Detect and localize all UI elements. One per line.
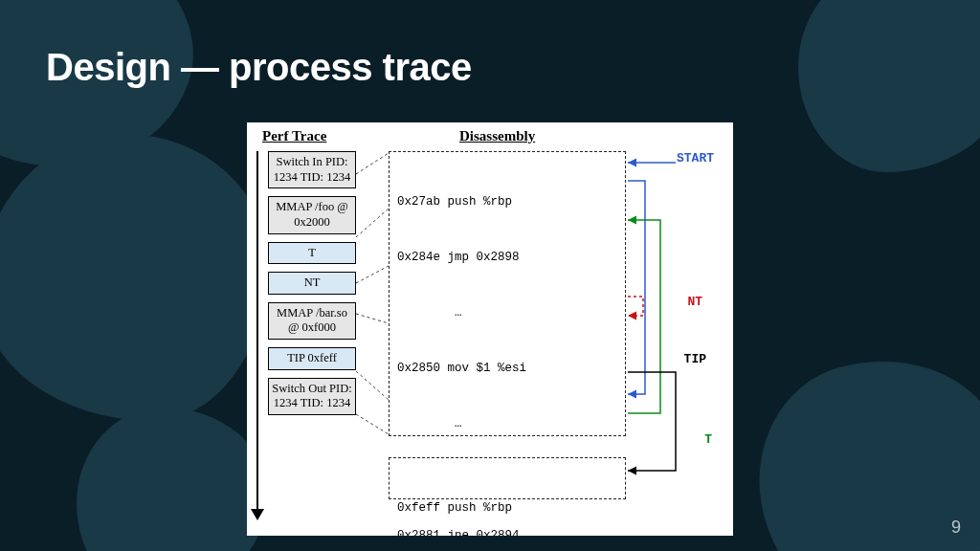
disassembly-bar: 0xfeff push %rbp … [389, 457, 626, 499]
label-nt: NT [687, 295, 702, 309]
svg-line-1 [356, 209, 389, 237]
asm-line: … [397, 415, 617, 433]
asm-line: 0x27ab push %rbp [397, 193, 617, 211]
diagram: Perf Trace Disassembly Switch In PID: 12… [247, 122, 733, 536]
asm-line: 0x2850 mov $1 %esi [397, 360, 617, 378]
svg-line-4 [356, 371, 389, 400]
label-t: T [704, 432, 712, 447]
trace-mmap-barso: MMAP /bar.so @ 0xf000 [268, 302, 356, 340]
timeline-arrow-head [251, 509, 264, 520]
svg-line-5 [356, 414, 389, 434]
timeline-arrow-shaft [256, 151, 258, 517]
asm-line: 0xfeff push %rbp [397, 499, 617, 518]
asm-line: … [397, 304, 617, 322]
trace-mmap-foo: MMAP /foo @ 0x2000 [268, 196, 356, 233]
trace-switch-out: Switch Out PID: 1234 TID: 1234 [268, 378, 356, 415]
trace-tip: TIP 0xfeff [268, 347, 356, 370]
column-header-disassembly: Disassembly [459, 128, 535, 144]
trace-column: Switch In PID: 1234 TID: 1234 MMAP /foo … [268, 151, 356, 423]
bg-blob [732, 332, 980, 551]
svg-line-3 [356, 314, 389, 323]
slide-title: Design — process trace [46, 46, 472, 89]
bg-blob [0, 134, 268, 421]
column-header-perf: Perf Trace [262, 128, 326, 144]
asm-line: 0x284e jmp 0x2898 [397, 249, 617, 267]
bg-blob [77, 408, 268, 551]
bg-blob [798, 0, 980, 172]
trace-switch-in: Switch In PID: 1234 TID: 1234 [268, 151, 356, 188]
page-number: 9 [951, 518, 961, 538]
trace-nt: NT [268, 272, 356, 295]
disassembly-main: 0x27ab push %rbp 0x284e jmp 0x2898 … 0x2… [389, 151, 626, 436]
label-start: START [677, 151, 714, 165]
svg-line-2 [356, 266, 389, 283]
svg-line-0 [356, 153, 389, 174]
trace-t: T [268, 242, 356, 265]
label-tip: TIP [664, 352, 706, 366]
